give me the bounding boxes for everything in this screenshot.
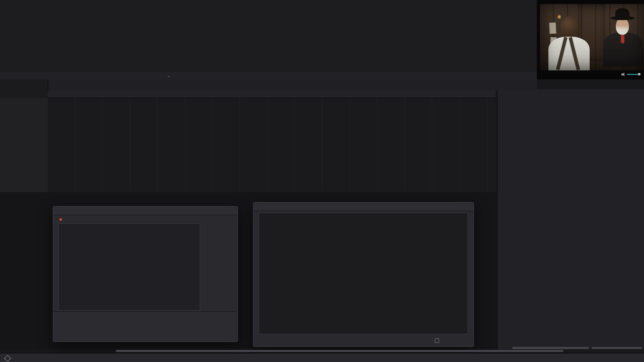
- preview-volume-slider[interactable]: [627, 74, 639, 75]
- timeline-clips-area[interactable]: [47, 98, 496, 192]
- timeline-ruler[interactable]: [48, 90, 496, 98]
- timecode-gutter: [0, 79, 48, 98]
- mixer-panel: [497, 89, 644, 349]
- show-active-checkbox[interactable]: [435, 338, 439, 343]
- timeline-name-selector[interactable]: ⌄: [167, 73, 171, 78]
- pan-enabled-dot[interactable]: [59, 218, 62, 221]
- track-header-panel: [0, 98, 48, 192]
- mixer-hscrollbar[interactable]: [512, 347, 589, 349]
- pan-3d-view[interactable]: [58, 223, 200, 311]
- preview-frame: [540, 4, 644, 70]
- transport-row: ⌄: [0, 72, 537, 80]
- timeline-hscrollbar[interactable]: [116, 350, 564, 352]
- page-navigation: [0, 353, 644, 362]
- chevron-down-icon: ⌄: [167, 73, 171, 78]
- pan-window-titlebar[interactable]: [53, 207, 237, 215]
- audio-pan-window: [53, 206, 238, 342]
- vignette: [540, 4, 644, 70]
- video-preview: [537, 0, 644, 79]
- spaceview-room[interactable]: [259, 213, 468, 334]
- preview-volume-handle[interactable]: [638, 73, 640, 75]
- timeline-toolbar: [48, 79, 537, 90]
- davinci-logo: [4, 355, 11, 362]
- preview-speaker-icon[interactable]: [621, 72, 625, 76]
- spaceview-window: [253, 202, 474, 347]
- pan-knob-panel: [53, 311, 236, 341]
- spaceview-titlebar[interactable]: [254, 203, 473, 211]
- mixer-hscrollbar2[interactable]: [592, 347, 642, 349]
- fairlight-page: ⌄: [0, 0, 644, 362]
